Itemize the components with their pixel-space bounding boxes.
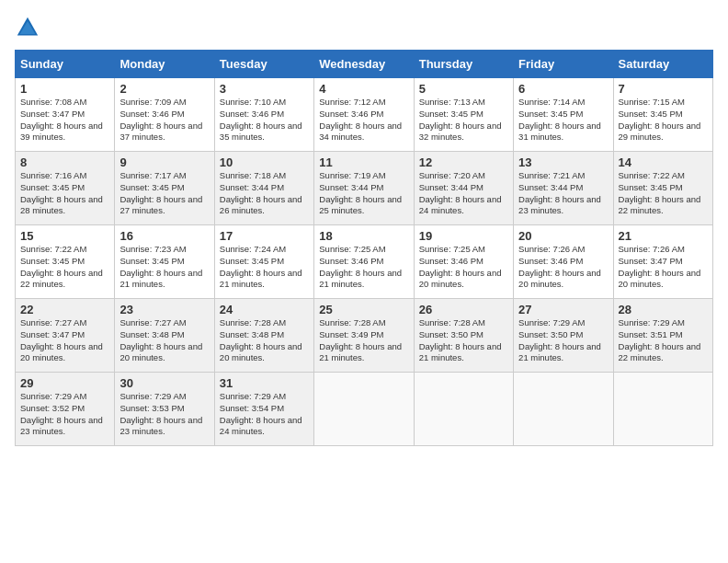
calendar-cell: 21Sunrise: 7:26 AMSunset: 3:47 PMDayligh…	[613, 225, 712, 299]
day-number: 5	[419, 82, 508, 96]
calendar-cell: 9Sunrise: 7:17 AMSunset: 3:45 PMDaylight…	[115, 152, 214, 225]
calendar-cell: 24Sunrise: 7:28 AMSunset: 3:48 PMDayligh…	[214, 299, 313, 373]
day-info: Sunrise: 7:18 AMSunset: 3:44 PMDaylight:…	[220, 170, 309, 217]
day-number: 15	[20, 229, 109, 243]
day-info: Sunrise: 7:29 AMSunset: 3:52 PMDaylight:…	[20, 391, 109, 438]
day-info: Sunrise: 7:28 AMSunset: 3:50 PMDaylight:…	[419, 317, 508, 364]
calendar-cell: 10Sunrise: 7:18 AMSunset: 3:44 PMDayligh…	[214, 152, 313, 225]
day-info: Sunrise: 7:22 AMSunset: 3:45 PMDaylight:…	[20, 244, 109, 291]
calendar-cell: 23Sunrise: 7:27 AMSunset: 3:48 PMDayligh…	[115, 299, 214, 373]
weekday-header-friday: Friday	[514, 51, 613, 78]
logo-icon	[15, 15, 40, 40]
calendar-cell: 18Sunrise: 7:25 AMSunset: 3:46 PMDayligh…	[314, 225, 414, 299]
day-info: Sunrise: 7:20 AMSunset: 3:44 PMDaylight:…	[419, 170, 508, 217]
day-number: 23	[119, 303, 209, 316]
day-info: Sunrise: 7:19 AMSunset: 3:44 PMDaylight:…	[319, 170, 408, 217]
calendar-cell: 28Sunrise: 7:29 AMSunset: 3:51 PMDayligh…	[613, 299, 712, 373]
day-number: 2	[119, 82, 209, 96]
day-number: 8	[20, 155, 109, 169]
day-number: 3	[220, 82, 309, 96]
calendar-cell: 2Sunrise: 7:09 AMSunset: 3:46 PMDaylight…	[115, 78, 214, 152]
calendar-cell: 29Sunrise: 7:29 AMSunset: 3:52 PMDayligh…	[16, 373, 115, 446]
calendar-header-row: SundayMondayTuesdayWednesdayThursdayFrid…	[16, 51, 713, 78]
day-info: Sunrise: 7:12 AMSunset: 3:46 PMDaylight:…	[319, 97, 408, 144]
calendar-cell: 8Sunrise: 7:16 AMSunset: 3:45 PMDaylight…	[16, 152, 115, 225]
calendar-cell: 12Sunrise: 7:20 AMSunset: 3:44 PMDayligh…	[414, 152, 513, 225]
calendar-cell: 11Sunrise: 7:19 AMSunset: 3:44 PMDayligh…	[314, 152, 414, 225]
day-number: 21	[619, 229, 708, 243]
page-header	[15, 15, 713, 40]
day-number: 18	[319, 229, 408, 243]
day-info: Sunrise: 7:21 AMSunset: 3:44 PMDaylight:…	[518, 170, 608, 217]
day-number: 9	[119, 155, 209, 169]
weekday-header-wednesday: Wednesday	[314, 51, 414, 78]
day-info: Sunrise: 7:27 AMSunset: 3:47 PMDaylight:…	[20, 317, 109, 364]
day-info: Sunrise: 7:25 AMSunset: 3:46 PMDaylight:…	[319, 244, 408, 291]
calendar-cell: 30Sunrise: 7:29 AMSunset: 3:53 PMDayligh…	[115, 373, 214, 446]
calendar-week-row: 15Sunrise: 7:22 AMSunset: 3:45 PMDayligh…	[16, 225, 713, 299]
day-number: 1	[20, 82, 109, 96]
day-info: Sunrise: 7:24 AMSunset: 3:45 PMDaylight:…	[220, 244, 309, 291]
calendar-cell: 31Sunrise: 7:29 AMSunset: 3:54 PMDayligh…	[214, 373, 313, 446]
day-number: 30	[119, 376, 209, 390]
calendar-cell: 26Sunrise: 7:28 AMSunset: 3:50 PMDayligh…	[414, 299, 513, 373]
calendar-week-row: 22Sunrise: 7:27 AMSunset: 3:47 PMDayligh…	[16, 299, 713, 373]
calendar-cell: 13Sunrise: 7:21 AMSunset: 3:44 PMDayligh…	[514, 152, 613, 225]
day-info: Sunrise: 7:16 AMSunset: 3:45 PMDaylight:…	[20, 170, 109, 217]
day-number: 17	[220, 229, 309, 243]
calendar-cell: 7Sunrise: 7:15 AMSunset: 3:45 PMDaylight…	[613, 78, 712, 152]
day-info: Sunrise: 7:26 AMSunset: 3:46 PMDaylight:…	[518, 244, 608, 291]
day-info: Sunrise: 7:15 AMSunset: 3:45 PMDaylight:…	[619, 97, 708, 144]
day-number: 25	[319, 303, 408, 316]
day-number: 19	[419, 229, 508, 243]
day-number: 10	[220, 155, 309, 169]
day-number: 6	[518, 82, 608, 96]
day-info: Sunrise: 7:14 AMSunset: 3:45 PMDaylight:…	[518, 97, 608, 144]
calendar-cell: 3Sunrise: 7:10 AMSunset: 3:46 PMDaylight…	[214, 78, 313, 152]
calendar-cell: 4Sunrise: 7:12 AMSunset: 3:46 PMDaylight…	[314, 78, 414, 152]
calendar-cell: 27Sunrise: 7:29 AMSunset: 3:50 PMDayligh…	[514, 299, 613, 373]
day-number: 31	[220, 376, 309, 390]
calendar-cell: 5Sunrise: 7:13 AMSunset: 3:45 PMDaylight…	[414, 78, 513, 152]
calendar-cell: 20Sunrise: 7:26 AMSunset: 3:46 PMDayligh…	[514, 225, 613, 299]
weekday-header-tuesday: Tuesday	[214, 51, 313, 78]
day-info: Sunrise: 7:29 AMSunset: 3:54 PMDaylight:…	[220, 391, 309, 438]
calendar-cell	[613, 373, 712, 446]
day-info: Sunrise: 7:27 AMSunset: 3:48 PMDaylight:…	[119, 317, 209, 364]
calendar-cell: 15Sunrise: 7:22 AMSunset: 3:45 PMDayligh…	[16, 225, 115, 299]
day-number: 27	[518, 303, 608, 316]
calendar-week-row: 8Sunrise: 7:16 AMSunset: 3:45 PMDaylight…	[16, 152, 713, 225]
day-number: 14	[619, 155, 708, 169]
day-info: Sunrise: 7:26 AMSunset: 3:47 PMDaylight:…	[619, 244, 708, 291]
day-number: 26	[419, 303, 508, 316]
day-number: 29	[20, 376, 109, 390]
calendar-week-row: 29Sunrise: 7:29 AMSunset: 3:52 PMDayligh…	[16, 373, 713, 446]
weekday-header-monday: Monday	[115, 51, 214, 78]
calendar-cell: 16Sunrise: 7:23 AMSunset: 3:45 PMDayligh…	[115, 225, 214, 299]
weekday-header-sunday: Sunday	[16, 51, 115, 78]
day-info: Sunrise: 7:09 AMSunset: 3:46 PMDaylight:…	[119, 97, 209, 144]
calendar-cell: 25Sunrise: 7:28 AMSunset: 3:49 PMDayligh…	[314, 299, 414, 373]
calendar-cell: 1Sunrise: 7:08 AMSunset: 3:47 PMDaylight…	[16, 78, 115, 152]
day-info: Sunrise: 7:28 AMSunset: 3:48 PMDaylight:…	[220, 317, 309, 364]
weekday-header-saturday: Saturday	[613, 51, 712, 78]
calendar-cell: 14Sunrise: 7:22 AMSunset: 3:45 PMDayligh…	[613, 152, 712, 225]
day-info: Sunrise: 7:29 AMSunset: 3:50 PMDaylight:…	[518, 317, 608, 364]
day-info: Sunrise: 7:29 AMSunset: 3:53 PMDaylight:…	[119, 391, 209, 438]
day-number: 24	[220, 303, 309, 316]
calendar-table: SundayMondayTuesdayWednesdayThursdayFrid…	[15, 50, 713, 446]
day-info: Sunrise: 7:28 AMSunset: 3:49 PMDaylight:…	[319, 317, 408, 364]
calendar-cell	[414, 373, 513, 446]
day-number: 11	[319, 155, 408, 169]
day-info: Sunrise: 7:23 AMSunset: 3:45 PMDaylight:…	[119, 244, 209, 291]
day-info: Sunrise: 7:08 AMSunset: 3:47 PMDaylight:…	[20, 97, 109, 144]
calendar-cell: 6Sunrise: 7:14 AMSunset: 3:45 PMDaylight…	[514, 78, 613, 152]
logo	[15, 15, 44, 40]
calendar-week-row: 1Sunrise: 7:08 AMSunset: 3:47 PMDaylight…	[16, 78, 713, 152]
day-number: 7	[619, 82, 708, 96]
day-number: 22	[20, 303, 109, 316]
calendar-cell	[314, 373, 414, 446]
day-number: 4	[319, 82, 408, 96]
calendar-cell: 22Sunrise: 7:27 AMSunset: 3:47 PMDayligh…	[16, 299, 115, 373]
day-info: Sunrise: 7:29 AMSunset: 3:51 PMDaylight:…	[619, 317, 708, 364]
